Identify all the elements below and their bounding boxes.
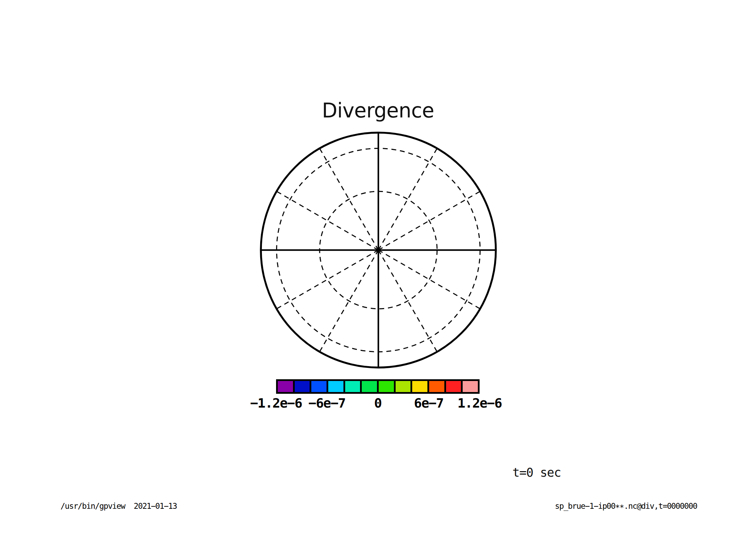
colorbar-cell [429, 381, 444, 392]
colorbar-cell [311, 381, 327, 392]
colorbar-cell [412, 381, 427, 392]
colorbar-cell [345, 381, 360, 392]
colorbar-cell [396, 381, 411, 392]
colorbar-tick-labels: −1.2e−6−6e−706e−71.2e−6 [0, 397, 756, 414]
colorbar-tick-label: −1.2e−6 [250, 397, 302, 410]
colorbar-cell [379, 381, 394, 392]
meridian-line-dashed [378, 250, 480, 309]
plot-canvas: Divergence −1.2e−6−6e−706e−71.2e−6 t=0 s… [0, 0, 756, 534]
colorbar-cell [295, 381, 310, 392]
colorbar-tick-label: −6e−7 [309, 397, 346, 410]
colorbar-cell [278, 381, 293, 392]
colorbar-tick-label: 1.2e−6 [457, 397, 502, 410]
colorbar-cell [328, 381, 343, 392]
colorbar-cell [463, 381, 478, 392]
meridian-line-dashed [277, 250, 378, 309]
colorbar-cell [362, 381, 377, 392]
colorbar-tick-label: 0 [374, 397, 381, 410]
footer-dataset-text: sp_brue−1−ip00∗∗.nc@div,t=0000000 [555, 502, 697, 511]
colorbar-tick-label: 6e−7 [414, 397, 443, 410]
time-label: t=0 sec [512, 466, 561, 479]
footer-command-text: /usr/bin/gpview 2021−01−13 [60, 502, 177, 511]
polar-grid-plot [0, 0, 756, 534]
meridian-line-dashed [277, 191, 378, 250]
colorbar [276, 379, 480, 394]
colorbar-cell [446, 381, 461, 392]
meridian-line-dashed [378, 149, 437, 250]
